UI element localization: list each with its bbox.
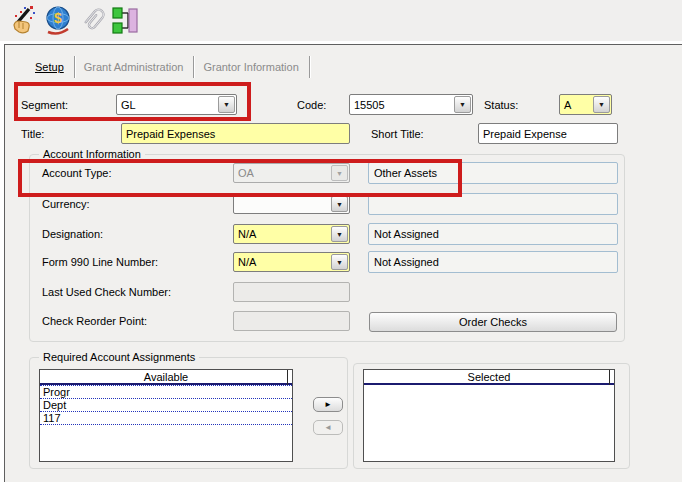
designation-combobox[interactable]: N/A ▼: [233, 224, 350, 244]
selected-header: Selected: [364, 370, 614, 385]
form-990-line-number-combobox[interactable]: N/A ▼: [233, 252, 350, 272]
move-left-button[interactable]: ►: [313, 420, 343, 435]
chevron-down-icon[interactable]: ▼: [331, 254, 348, 270]
list-item[interactable]: Dept: [40, 399, 292, 412]
chevron-down-icon[interactable]: ▼: [593, 96, 610, 113]
check-reorder-point-label: Check Reorder Point:: [42, 315, 147, 327]
tab-grant-administration[interactable]: Grant Administration: [75, 56, 195, 78]
chevron-down-icon[interactable]: ▼: [331, 226, 348, 242]
designation-display: Not Assigned: [368, 223, 618, 245]
title-input[interactable]: [121, 123, 350, 144]
chevron-down-icon[interactable]: ▼: [331, 196, 348, 212]
segment-label: Segment:: [21, 99, 68, 111]
code-combobox[interactable]: 15505 ▼: [349, 94, 473, 115]
status-value: A: [564, 99, 571, 111]
tab-grantor-information[interactable]: Grantor Information: [194, 56, 309, 78]
last-used-check-number-input: [233, 282, 350, 302]
svg-text:$: $: [54, 10, 62, 26]
tab-setup[interactable]: Setup: [26, 56, 75, 78]
segment-value: GL: [121, 99, 136, 111]
form-990-display: Not Assigned: [368, 251, 618, 273]
list-item[interactable]: 117: [40, 412, 292, 425]
account-type-value: OA: [238, 167, 254, 179]
arrow-left-icon: ►: [324, 423, 332, 432]
designation-label: Designation:: [42, 228, 103, 240]
short-title-input[interactable]: [478, 123, 618, 144]
currency-display: [368, 193, 618, 215]
available-list-body: ProgrDept117: [40, 385, 292, 425]
form-990-line-number-label: Form 990 Line Number:: [42, 256, 158, 268]
account-type-label: Account Type:: [42, 167, 112, 179]
designation-value: N/A: [238, 228, 256, 240]
order-checks-button[interactable]: Order Checks: [369, 312, 617, 332]
status-label: Status:: [484, 99, 518, 111]
account-information-legend: Account Information: [39, 148, 145, 160]
list-item[interactable]: Progr: [40, 386, 292, 399]
currency-globe-icon[interactable]: $: [43, 5, 73, 36]
header-divider: [287, 370, 288, 385]
move-right-button[interactable]: ►: [313, 397, 343, 412]
chevron-down-icon[interactable]: ▼: [454, 96, 471, 113]
currency-combobox[interactable]: ▼: [233, 194, 350, 214]
currency-label: Currency:: [42, 198, 90, 210]
arrow-right-icon: ►: [324, 400, 332, 409]
account-structure-icon[interactable]: [111, 5, 141, 36]
toolbar: $: [0, 0, 682, 41]
required-account-assignments-legend: Required Account Assignments: [39, 351, 199, 363]
last-used-check-number-label: Last Used Check Number:: [42, 286, 171, 298]
selected-list: Selected: [363, 369, 615, 462]
chevron-down-icon: ▼: [331, 165, 348, 181]
account-type-combobox: OA ▼: [233, 163, 350, 183]
paperclip-icon[interactable]: [79, 5, 109, 36]
chevron-down-icon[interactable]: ▼: [218, 96, 235, 113]
code-label: Code:: [297, 99, 326, 111]
code-value: 15505: [354, 99, 385, 111]
header-divider: [609, 370, 610, 385]
short-title-label: Short Title:: [371, 128, 424, 140]
tab-bar: Setup Grant Administration Grantor Infor…: [26, 56, 310, 78]
record-panel: Setup Grant Administration Grantor Infor…: [4, 44, 682, 482]
title-label: Title:: [21, 128, 44, 140]
magic-wand-icon[interactable]: [7, 5, 37, 36]
check-reorder-point-input: [233, 311, 350, 331]
status-combobox[interactable]: A ▼: [559, 94, 612, 115]
segment-combobox[interactable]: GL ▼: [116, 94, 237, 115]
form-990-value: N/A: [238, 256, 256, 268]
available-header: Available: [40, 370, 292, 385]
available-list: Available ProgrDept117: [39, 369, 293, 462]
account-type-display: Other Assets: [368, 162, 618, 184]
